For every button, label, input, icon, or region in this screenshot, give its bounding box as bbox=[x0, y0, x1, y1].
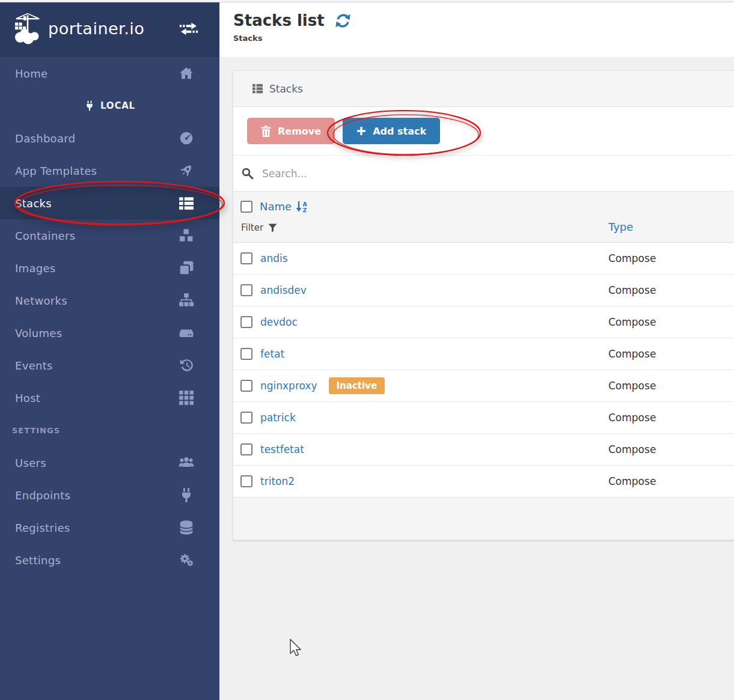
sidebar: portainer.io Home LOCAL Dashboard App Te… bbox=[0, 0, 219, 700]
dashboard-icon bbox=[179, 130, 194, 146]
column-header-name[interactable]: Name bbox=[260, 200, 308, 213]
sidebar-endpoint-local[interactable]: LOCAL bbox=[0, 90, 219, 122]
mouse-cursor bbox=[289, 639, 304, 658]
stack-type: Compose bbox=[608, 252, 656, 264]
sidebar-collapse-icon[interactable] bbox=[179, 21, 199, 37]
stack-name-link[interactable]: testfetat bbox=[260, 443, 304, 455]
section-header-label: SETTINGS bbox=[12, 426, 60, 435]
window-top-edge bbox=[0, 0, 734, 2]
stack-type: Compose bbox=[608, 284, 656, 296]
sidebar-item-images[interactable]: Images bbox=[0, 252, 219, 284]
search-icon bbox=[242, 168, 254, 180]
endpoints-icon bbox=[179, 487, 194, 503]
sidebar-item-registries[interactable]: Registries bbox=[0, 511, 219, 544]
breadcrumb[interactable]: Stacks bbox=[233, 34, 734, 43]
volumes-icon bbox=[179, 325, 194, 341]
table-row: patrick Compose bbox=[233, 402, 734, 434]
sidebar-item-host[interactable]: Host bbox=[0, 382, 219, 414]
stack-type: Compose bbox=[608, 412, 656, 424]
sidebar-item-label: Endpoints bbox=[15, 489, 70, 502]
stack-type: Compose bbox=[608, 475, 656, 487]
panel-footer bbox=[233, 498, 734, 540]
endpoint-name-label: LOCAL bbox=[100, 100, 135, 111]
sidebar-item-stacks[interactable]: Stacks bbox=[0, 187, 219, 219]
images-icon bbox=[179, 260, 194, 276]
sidebar-item-volumes[interactable]: Volumes bbox=[0, 317, 219, 349]
table-row: triton2 Compose bbox=[233, 466, 734, 498]
sidebar-item-settings[interactable]: Settings bbox=[0, 544, 219, 576]
stack-name-link[interactable]: devdoc bbox=[260, 316, 298, 328]
panel-toolbar: Remove Add stack bbox=[233, 107, 734, 156]
sidebar-item-label: Events bbox=[15, 359, 53, 372]
th-list-icon bbox=[252, 84, 263, 94]
sidebar-item-home[interactable]: Home bbox=[0, 57, 219, 90]
page-title: Stacks list bbox=[233, 11, 325, 29]
sidebar-item-app-templates[interactable]: App Templates bbox=[0, 154, 219, 187]
row-checkbox[interactable] bbox=[240, 252, 252, 264]
sidebar-item-label: Host bbox=[15, 392, 40, 404]
sidebar-item-events[interactable]: Events bbox=[0, 349, 219, 382]
filter-icon bbox=[268, 224, 277, 233]
stack-type: Compose bbox=[608, 316, 656, 328]
sidebar-item-containers[interactable]: Containers bbox=[0, 219, 219, 252]
page-header: Stacks list Stacks bbox=[219, 2, 734, 57]
sidebar-item-label: Settings bbox=[15, 554, 61, 567]
sidebar-item-label: Volumes bbox=[15, 327, 62, 339]
search-input[interactable] bbox=[262, 168, 563, 180]
row-checkbox[interactable] bbox=[240, 316, 252, 328]
stack-name-link[interactable]: nginxproxy bbox=[260, 380, 317, 392]
settings-icon bbox=[179, 552, 194, 568]
panel-header: Stacks bbox=[233, 71, 734, 107]
stack-name-link[interactable]: fetat bbox=[260, 348, 284, 360]
plug-icon bbox=[84, 100, 95, 111]
stack-name-link[interactable]: andis bbox=[260, 252, 288, 264]
sidebar-item-networks[interactable]: Networks bbox=[0, 284, 219, 317]
table-row: testfetat Compose bbox=[233, 434, 734, 466]
table-row: nginxproxy Inactive Compose bbox=[233, 370, 734, 402]
sidebar-item-endpoints[interactable]: Endpoints bbox=[0, 479, 219, 511]
stack-name-link[interactable]: andisdev bbox=[260, 284, 307, 296]
sidebar-item-label: Stacks bbox=[15, 197, 52, 210]
stack-type: Compose bbox=[608, 443, 656, 455]
table-row: fetat Compose bbox=[233, 338, 734, 370]
sort-alpha-down-icon bbox=[296, 200, 308, 213]
row-checkbox[interactable] bbox=[240, 284, 252, 296]
rocket-icon bbox=[179, 163, 194, 178]
add-stack-button[interactable]: Add stack bbox=[343, 118, 440, 144]
stacks-panel: Stacks Remove Add stack Name Filter Type bbox=[233, 70, 734, 540]
sidebar-item-dashboard[interactable]: Dashboard bbox=[0, 122, 219, 154]
table-row: andis Compose bbox=[233, 243, 734, 275]
portainer-logo[interactable]: portainer.io bbox=[11, 12, 144, 46]
stack-name-link[interactable]: triton2 bbox=[260, 475, 295, 487]
sidebar-item-label: App Templates bbox=[15, 165, 97, 177]
trash-icon bbox=[261, 126, 271, 137]
remove-button[interactable]: Remove bbox=[247, 118, 335, 144]
sidebar-item-users[interactable]: Users bbox=[0, 446, 219, 479]
stack-name-link[interactable]: patrick bbox=[260, 412, 296, 424]
sidebar-item-label: Containers bbox=[15, 230, 75, 242]
networks-icon bbox=[179, 293, 194, 308]
row-checkbox[interactable] bbox=[240, 380, 252, 392]
home-icon bbox=[179, 65, 194, 81]
filter-control[interactable]: Filter bbox=[241, 222, 277, 233]
row-checkbox[interactable] bbox=[240, 412, 252, 424]
sidebar-item-label: Users bbox=[15, 457, 46, 469]
table-header: Name Filter Type bbox=[233, 192, 734, 243]
users-icon bbox=[179, 455, 194, 470]
row-checkbox[interactable] bbox=[240, 475, 252, 487]
refresh-icon[interactable] bbox=[335, 13, 351, 29]
select-all-checkbox[interactable] bbox=[240, 201, 252, 213]
row-checkbox[interactable] bbox=[240, 348, 252, 360]
row-checkbox[interactable] bbox=[240, 443, 252, 455]
logo-text: portainer.io bbox=[48, 19, 144, 38]
sidebar-item-label: Registries bbox=[15, 522, 70, 534]
containers-icon bbox=[179, 228, 194, 243]
filter-label: Filter bbox=[241, 222, 263, 233]
plus-icon bbox=[356, 126, 366, 136]
sidebar-item-label: Dashboard bbox=[15, 132, 75, 145]
portainer-logo-icon bbox=[11, 12, 44, 46]
stacks-icon bbox=[179, 195, 194, 211]
name-header-label: Name bbox=[260, 200, 292, 213]
column-header-type[interactable]: Type bbox=[608, 221, 633, 233]
add-stack-button-label: Add stack bbox=[373, 126, 426, 137]
